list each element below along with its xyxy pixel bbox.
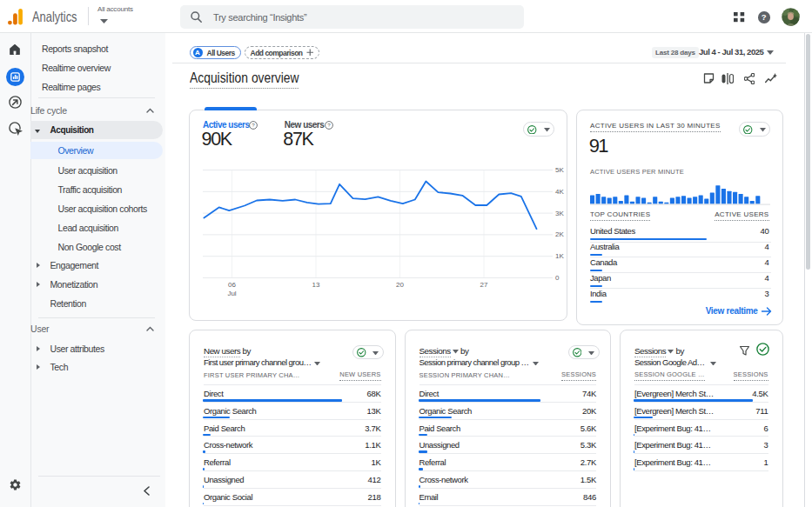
svg-text:?: ? (327, 122, 331, 128)
svg-text:4K: 4K (555, 187, 564, 195)
svg-text:?: ? (252, 122, 255, 128)
svg-text:27: 27 (480, 281, 488, 289)
svg-text:13: 13 (312, 281, 320, 289)
svg-text:06: 06 (228, 281, 236, 289)
svg-text:0: 0 (555, 274, 560, 282)
svg-text:1K: 1K (555, 252, 564, 260)
svg-text:20: 20 (396, 281, 404, 289)
svg-text:3K: 3K (555, 209, 564, 217)
svg-text:2K: 2K (555, 230, 564, 238)
svg-text:Jul: Jul (227, 290, 236, 297)
svg-text:5K: 5K (555, 166, 564, 174)
